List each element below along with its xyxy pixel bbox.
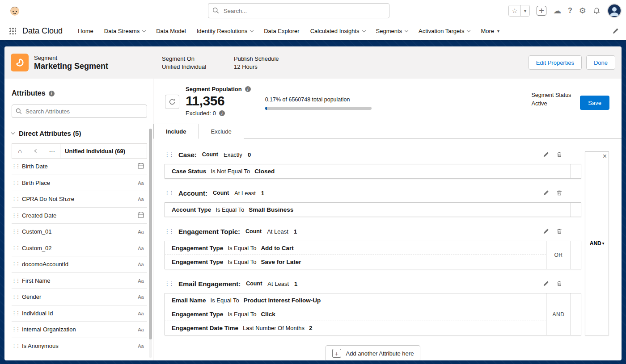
more-options-icon[interactable]: ⋯ (44, 144, 60, 158)
drag-handle-icon[interactable]: ⋮⋮ (12, 164, 17, 169)
chevron-down-icon (142, 28, 146, 32)
add-icon[interactable]: + (537, 6, 546, 16)
global-search-input[interactable] (208, 3, 389, 18)
nav-item-data-model[interactable]: Data Model (156, 26, 186, 36)
attribute-row[interactable]: ⋮⋮ Is Anonymous Aa (12, 338, 147, 355)
drag-handle-icon[interactable]: ⋮⋮ (12, 197, 17, 201)
drag-handle-icon[interactable]: ⋮⋮ (12, 343, 17, 348)
attribute-row[interactable]: ⋮⋮ Gender Aa (12, 289, 147, 305)
drag-handle-icon[interactable]: ⋮⋮ (165, 152, 173, 157)
attribute-name: Is Anonymous (22, 343, 131, 349)
edit-rule-pencil-icon[interactable] (542, 189, 550, 197)
nav-item-more[interactable]: More▾ (481, 26, 499, 36)
group-logic-dropdown[interactable]: AND ▾ (590, 240, 605, 247)
condition-row[interactable]: Account Type Is Equal To Small Business (165, 203, 571, 217)
condition-value: Closed (254, 168, 275, 175)
delete-rule-trash-icon[interactable] (555, 189, 563, 197)
info-icon[interactable]: i (49, 91, 55, 96)
condition-row[interactable]: Engagement Type Is Equal To Save for Lat… (165, 255, 546, 269)
condition-operator: Is Equal To (216, 206, 244, 213)
condition-row[interactable]: Engagement Type Is Equal To Add to Cart (165, 241, 546, 255)
attribute-row[interactable]: ⋮⋮ CPRA Do Not Shzre Aa (12, 191, 147, 208)
drag-handle-icon[interactable]: ⋮⋮ (165, 190, 173, 196)
attribute-row[interactable]: ⋮⋮ Birth Date Aa (12, 159, 147, 175)
star-icon[interactable]: ☆ (509, 5, 520, 16)
table-header: Unified Individual (69) (60, 144, 147, 158)
done-button[interactable]: Done (586, 55, 615, 70)
app-nav-bar: Data Cloud Home Data Streams Data Model … (0, 21, 626, 40)
edit-nav-pencil-icon[interactable] (611, 27, 620, 35)
drag-handle-icon[interactable]: ⋮⋮ (12, 327, 17, 332)
attribute-row[interactable]: ⋮⋮ Custom_02 Aa (12, 240, 147, 257)
edit-rule-pencil-icon[interactable] (542, 227, 550, 235)
cloud-upload-icon[interactable]: ☁ (553, 7, 561, 15)
nav-item-data-streams[interactable]: Data Streams (104, 26, 145, 36)
settings-gear-icon[interactable]: ⚙ (579, 7, 586, 15)
rule-card-engagement-topic: ⋮⋮ Engagement Topic: Count At Least 1 (165, 226, 581, 269)
rule-operator: Exactly (224, 151, 242, 158)
app-name[interactable]: Data Cloud (22, 26, 63, 36)
rule-endcap (571, 241, 581, 269)
section-collapse-icon[interactable] (11, 131, 15, 134)
drag-handle-icon[interactable]: ⋮⋮ (12, 229, 17, 234)
edit-rule-pencil-icon[interactable] (542, 280, 550, 288)
attribute-row[interactable]: ⋮⋮ Created Date Aa (12, 208, 147, 224)
attribute-row[interactable]: ⋮⋮ Custom_01 Aa (12, 224, 147, 240)
edit-rule-pencil-icon[interactable] (542, 151, 550, 159)
delete-rule-trash-icon[interactable] (555, 227, 563, 235)
refresh-population-button[interactable] (165, 95, 179, 109)
home-icon[interactable]: ⌂ (12, 144, 28, 158)
drag-handle-icon[interactable]: ⋮⋮ (165, 281, 173, 286)
attribute-row[interactable]: ⋮⋮ docomoAccountId Aa (12, 256, 147, 273)
nav-item-home[interactable]: Home (78, 26, 93, 36)
edit-properties-button[interactable]: Edit Properties (529, 55, 582, 70)
rule-title: Case: (178, 151, 197, 159)
notifications-bell-icon[interactable] (593, 7, 601, 15)
drag-handle-icon[interactable]: ⋮⋮ (12, 278, 17, 283)
tab-include[interactable]: Include (153, 124, 199, 139)
nav-item-activation-targets[interactable]: Activation Targets (419, 26, 470, 36)
attribute-row[interactable]: ⋮⋮ Internal Organization Aa (12, 322, 147, 338)
tab-exclude[interactable]: Exclude (199, 124, 244, 139)
app-launcher-icon[interactable] (9, 27, 16, 34)
user-avatar[interactable] (607, 4, 622, 18)
nav-item-identity-resolutions[interactable]: Identity Resolutions (197, 26, 253, 36)
rule-operator: At Least (234, 190, 256, 197)
attribute-row[interactable]: ⋮⋮ Individual Id Aa (12, 305, 147, 322)
favorites-dropdown-icon[interactable]: ▾ (520, 5, 529, 16)
add-attribute-button[interactable]: + Add another Attribute here (326, 345, 421, 360)
condition-row[interactable]: Email Name Is Equal To Product Interest … (165, 293, 546, 307)
info-icon[interactable]: i (219, 110, 225, 116)
nav-item-calculated-insights[interactable]: Calculated Insights (310, 26, 365, 36)
nav-item-segments[interactable]: Segments (376, 26, 408, 36)
direct-attributes-section[interactable]: Direct Attributes (5) (12, 130, 153, 137)
condition-row[interactable]: Engagement Date Time Last Number Of Mont… (165, 321, 546, 335)
favorites-button[interactable]: ☆ ▾ (508, 5, 530, 17)
delete-rule-trash-icon[interactable] (555, 280, 563, 288)
condition-row[interactable]: Case Status Is Not Equal To Closed (165, 164, 571, 178)
attribute-row[interactable]: ⋮⋮ Birth Place Aa (12, 175, 147, 192)
condition-row[interactable]: Engagement Type Is Equal To Click (165, 307, 546, 321)
content-card: Attributes i Direct Attributes (5) ⌂ ⋯ U… (4, 79, 622, 360)
rule-endcap (571, 164, 581, 178)
sidebar-scrollbar[interactable] (149, 129, 152, 358)
save-button[interactable]: Save (580, 96, 609, 110)
condition-field: Engagement Date Time (172, 325, 238, 331)
close-icon[interactable]: × (603, 153, 607, 160)
drag-handle-icon[interactable]: ⋮⋮ (12, 180, 17, 185)
nav-item-data-explorer[interactable]: Data Explorer (264, 26, 299, 36)
drag-handle-icon[interactable]: ⋮⋮ (12, 311, 17, 316)
scrollbar-thumb[interactable] (149, 129, 152, 339)
delete-rule-trash-icon[interactable] (555, 151, 563, 159)
drag-handle-icon[interactable]: ⋮⋮ (12, 213, 17, 218)
drag-handle-icon[interactable]: ⋮⋮ (12, 294, 17, 299)
population-value: 11,356 (186, 93, 251, 109)
drag-handle-icon[interactable]: ⋮⋮ (165, 229, 173, 234)
attribute-row[interactable]: ⋮⋮ First Name Aa (12, 273, 147, 289)
help-icon[interactable]: ? (568, 7, 572, 14)
drag-handle-icon[interactable]: ⋮⋮ (12, 246, 17, 251)
attribute-search-input[interactable] (12, 105, 147, 118)
drag-handle-icon[interactable]: ⋮⋮ (12, 262, 17, 267)
info-icon[interactable]: i (245, 86, 251, 92)
back-chevron-icon[interactable] (28, 144, 44, 158)
